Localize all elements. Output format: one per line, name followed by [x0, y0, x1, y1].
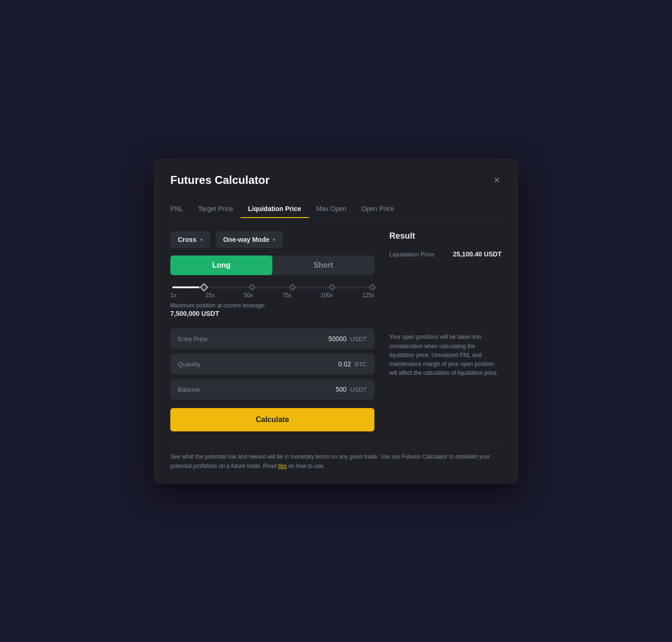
tab-max-open[interactable]: Max Open: [309, 200, 354, 218]
slider-tick-75x: [289, 284, 296, 291]
modal-title: Futures Calculator: [170, 174, 270, 187]
slider-track: [172, 286, 373, 288]
balance-value: 500: [336, 386, 346, 393]
slider-label-25x: 25x: [205, 292, 214, 299]
long-short-toggle: Long Short: [170, 255, 374, 275]
result-title: Result: [389, 231, 502, 241]
entry-price-label: Entry Price: [178, 336, 208, 343]
balance-value-row: 500 USDT: [336, 386, 367, 393]
margin-mode-arrow: ▾: [200, 237, 203, 242]
main-content: Cross ▾ One-way Mode ▾ Long Short: [170, 231, 502, 431]
entry-price-value: 50000: [329, 335, 347, 343]
result-notice: Your open positions will be taken into c…: [389, 333, 502, 378]
footer-text-before: See what the potential risk and reward w…: [170, 453, 490, 469]
futures-calculator-modal: Futures Calculator × PNL Target Price Li…: [153, 158, 519, 483]
slider-label-75x: 75x: [282, 292, 291, 299]
leverage-container: 1x 25x 50x 75x 100x 125x Maximum positio…: [170, 286, 374, 317]
slider-tick-50x: [249, 284, 256, 291]
liquidation-price-result-row: Liquidation Price 25,100.40 USDT: [389, 250, 502, 258]
quantity-field[interactable]: Quantity 0.02 BTC: [170, 354, 374, 374]
calculate-button[interactable]: Calculate: [170, 408, 374, 431]
position-mode-label: One-way Mode: [223, 236, 270, 243]
quantity-unit: BTC: [355, 361, 367, 368]
margin-mode-dropdown[interactable]: Cross ▾: [170, 231, 210, 248]
close-button[interactable]: ×: [492, 173, 502, 187]
tab-liquidation-price[interactable]: Liquidation Price: [241, 200, 309, 218]
quantity-value: 0.02: [338, 360, 351, 368]
short-button[interactable]: Short: [272, 255, 374, 275]
modal-footer: See what the potential risk and reward w…: [170, 445, 502, 470]
position-mode-arrow: ▾: [273, 237, 275, 242]
tab-target-price[interactable]: Target Price: [190, 200, 241, 218]
leverage-info: Maximum position at current leverage: 7,…: [170, 302, 374, 317]
balance-field[interactable]: Balance 500 USDT: [170, 379, 374, 400]
modal-overlay: Futures Calculator × PNL Target Price Li…: [0, 0, 672, 642]
max-position-label: Maximum position at current leverage:: [170, 302, 374, 309]
slider-tick-100x: [329, 284, 336, 291]
long-button[interactable]: Long: [170, 255, 272, 275]
entry-price-value-row: 50000 USDT: [329, 335, 367, 343]
entry-price-unit: USDT: [351, 336, 367, 343]
liquidation-price-result-value: 25,100.40 USDT: [453, 250, 502, 258]
slider-labels: 1x 25x 50x 75x 100x 125x: [170, 292, 374, 299]
tab-open-price[interactable]: Open Price: [354, 200, 402, 218]
tips-link[interactable]: tips: [278, 463, 287, 469]
entry-price-field[interactable]: Entry Price 50000 USDT: [170, 328, 374, 349]
liquidation-price-result-label: Liquidation Price: [389, 251, 434, 258]
balance-unit: USDT: [351, 386, 367, 393]
slider-tick-125x: [369, 284, 376, 291]
slider-label-50x: 50x: [244, 292, 253, 299]
slider-label-125x: 125x: [362, 292, 374, 299]
tab-bar: PNL Target Price Liquidation Price Max O…: [170, 200, 502, 218]
dropdowns-row: Cross ▾ One-way Mode ▾: [170, 231, 374, 248]
slider-label-100x: 100x: [321, 292, 333, 299]
quantity-value-row: 0.02 BTC: [338, 360, 367, 368]
quantity-label: Quantity: [178, 361, 200, 368]
tab-pnl[interactable]: PNL: [170, 200, 190, 218]
right-panel: Result Liquidation Price 25,100.40 USDT …: [389, 231, 502, 431]
leverage-slider-wrapper: [170, 286, 374, 288]
max-position-value: 7,500,000 USDT: [170, 310, 374, 317]
footer-text-after: on how to use.: [287, 463, 325, 469]
left-panel: Cross ▾ One-way Mode ▾ Long Short: [170, 231, 374, 431]
slider-label-1x: 1x: [170, 292, 176, 299]
modal-header: Futures Calculator ×: [170, 173, 502, 187]
balance-label: Balance: [178, 386, 200, 393]
margin-mode-label: Cross: [178, 236, 197, 243]
position-mode-dropdown[interactable]: One-way Mode ▾: [216, 231, 283, 248]
